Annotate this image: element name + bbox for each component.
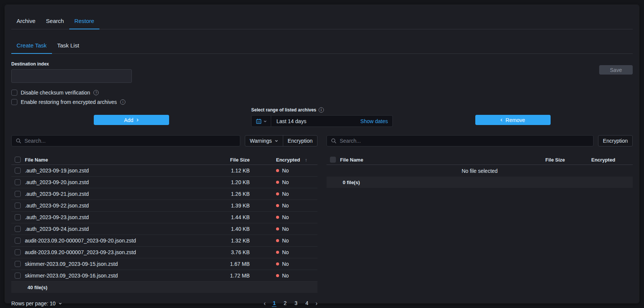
remove-button[interactable]: ‹ Remove [475, 115, 551, 125]
destination-index-label: Destination index [11, 61, 633, 67]
row-checkbox[interactable] [15, 273, 21, 279]
page-button-4[interactable]: 4 [305, 300, 309, 307]
date-range-group: Select range of listed archives i [251, 107, 393, 127]
status-dot-icon [276, 181, 279, 184]
table-row: .auth_2023-09-22.json.zstd1.39 KBNo [11, 200, 317, 212]
remove-button-label: Remove [505, 117, 525, 123]
calendar-icon [256, 118, 262, 124]
status-dot-icon [276, 204, 279, 207]
save-button[interactable]: Save [599, 65, 633, 75]
row-checkbox[interactable] [15, 203, 21, 209]
column-header-encrypted[interactable]: Encrypted ↑ [261, 157, 317, 163]
file-size: 1.67 MB [220, 261, 261, 267]
info-icon[interactable]: i [319, 107, 324, 113]
column-header-file-size[interactable]: File Size [220, 157, 261, 163]
checkbox-label: Enable restoring from encrypted archives [21, 99, 117, 105]
enable-encrypted-restore-checkbox[interactable] [11, 99, 17, 105]
row-checkbox[interactable] [15, 191, 21, 197]
row-checkbox[interactable] [15, 226, 21, 232]
disable-checksum-checkbox[interactable] [11, 90, 17, 96]
column-header-file-name[interactable]: File Name [25, 157, 220, 163]
info-icon[interactable]: i [120, 99, 125, 105]
table-header: File Name File Size Encrypted ↑ [11, 155, 317, 165]
warnings-label: Warnings [250, 138, 272, 144]
destination-index-input[interactable] [11, 69, 132, 83]
chevron-right-icon: › [136, 116, 139, 123]
page-button-1[interactable]: 1 [272, 300, 276, 307]
encrypted-status: No [261, 179, 317, 185]
table-row: .auth_2023-09-20.json.zstd1.20 KBNo [11, 177, 317, 188]
file-size: 3.76 KB [220, 249, 261, 255]
left-encryption-filter-button[interactable]: Encryption [283, 136, 317, 146]
tab-create-task[interactable]: Create Task [11, 38, 52, 54]
pagination-pages-wrap: ‹ 1234 › [264, 300, 317, 307]
encrypted-value: No [282, 179, 289, 185]
help-icon[interactable]: ? [93, 90, 99, 95]
available-files-table: File Name File Size Encrypted ↑ .auth_20… [11, 155, 317, 293]
status-dot-icon [276, 239, 279, 242]
encrypted-value: No [282, 273, 289, 279]
previous-page-button[interactable]: ‹ [264, 300, 266, 307]
row-checkbox[interactable] [15, 179, 21, 185]
table-row: skimmer-2023.09_2023-09-16.json.zstd1.72… [11, 270, 317, 282]
create-task-form: Save Destination index Disable checksum … [11, 61, 633, 105]
next-page-button[interactable]: › [316, 300, 317, 307]
tab-archive[interactable]: Archive [11, 13, 41, 29]
row-checkbox[interactable] [15, 168, 21, 174]
rows-per-page-selector[interactable]: Rows per page: 10 [11, 300, 62, 306]
row-checkbox[interactable] [15, 238, 21, 244]
transfer-controls: Add › Select range of listed archives i [11, 107, 633, 127]
encrypted-header-label: Encrypted [276, 157, 300, 163]
tab-task-list[interactable]: Task List [52, 38, 84, 54]
checksum-checkbox-row: Disable checksum verification ? [11, 90, 633, 96]
page-button-3[interactable]: 3 [294, 300, 298, 307]
row-checkbox[interactable] [15, 214, 21, 220]
select-all-checkbox[interactable] [15, 157, 21, 163]
encrypted-value: No [282, 168, 289, 174]
encrypted-value: No [282, 191, 289, 197]
column-header-file-size: File Size [535, 157, 576, 163]
encrypted-status: No [261, 249, 317, 255]
row-checkbox[interactable] [15, 249, 21, 255]
left-search-box[interactable] [11, 135, 240, 146]
right-table-footer: 0 file(s) [327, 177, 633, 188]
row-checkbox[interactable] [15, 261, 21, 267]
search-icon [331, 138, 337, 144]
tab-restore[interactable]: Restore [69, 13, 100, 29]
right-search-box[interactable] [327, 135, 594, 146]
left-table-footer: 40 file(s) [11, 282, 317, 293]
main-tabbar: Archive Search Restore [11, 13, 633, 29]
status-dot-icon [276, 251, 279, 254]
chevron-down-icon [58, 302, 62, 305]
file-name: skimmer-2023.09_2023-09-16.json.zstd [25, 273, 220, 279]
file-name: .auth_2023-09-21.json.zstd [25, 191, 220, 197]
left-search-input[interactable] [24, 138, 236, 144]
sub-tabbar: Create Task Task List [11, 38, 633, 54]
encrypted-value: No [282, 238, 289, 244]
right-encryption-filter-button[interactable]: Encryption [598, 136, 632, 146]
date-range-value[interactable]: Last 14 days [271, 118, 360, 124]
page-button-2[interactable]: 2 [283, 300, 287, 307]
right-search-input[interactable] [340, 138, 589, 144]
warnings-filter-button[interactable]: Warnings [245, 136, 283, 146]
file-size: 1.40 KB [220, 226, 261, 232]
table-header: File Name File Size Encrypted [327, 155, 633, 165]
status-dot-icon [276, 192, 279, 195]
date-range-picker[interactable]: Last 14 days Show dates [251, 115, 393, 127]
sort-ascending-icon: ↑ [305, 157, 308, 163]
chevron-down-icon [263, 119, 267, 123]
calendar-toggle[interactable] [252, 116, 271, 127]
left-filter-group: Warnings Encryption [245, 135, 317, 146]
show-dates-link[interactable]: Show dates [360, 118, 392, 124]
add-button[interactable]: Add › [94, 115, 169, 125]
file-name: .auth_2023-09-22.json.zstd [25, 203, 220, 209]
pagination-pages: 1234 [272, 300, 309, 307]
encrypted-status: No [261, 273, 317, 279]
tab-search[interactable]: Search [41, 13, 69, 29]
file-size: 1.20 KB [220, 179, 261, 185]
checkbox-label: Disable checksum verification [21, 90, 90, 96]
left-table-body: .auth_2023-09-19.json.zstd1.12 KBNo.auth… [11, 165, 317, 282]
status-dot-icon [276, 227, 279, 230]
encrypted-status: No [261, 261, 317, 267]
encrypted-status: No [261, 203, 317, 209]
